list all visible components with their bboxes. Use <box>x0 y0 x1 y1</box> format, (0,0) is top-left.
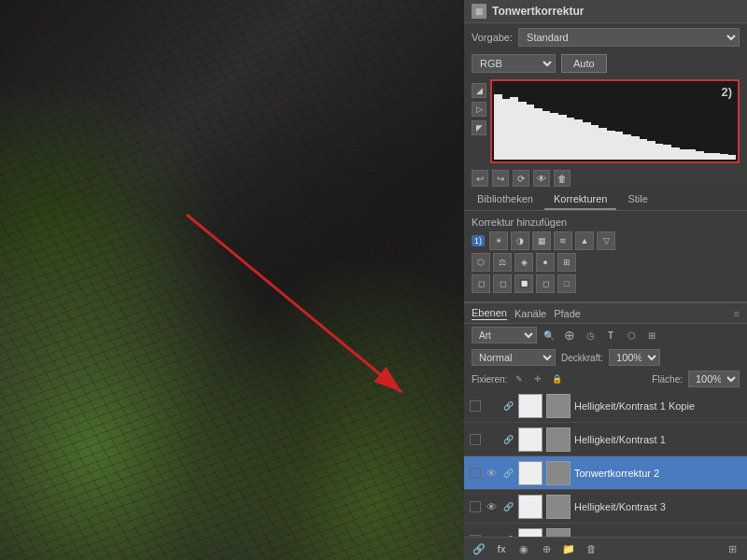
layer-item[interactable]: 🔗Helligkeit/Kontrast 1 <box>464 423 747 456</box>
histogram-bar <box>704 153 712 160</box>
tab-stile[interactable]: Stile <box>618 189 656 210</box>
tab-korrekturen[interactable]: Korrekturen <box>544 189 616 210</box>
histogram-bar <box>720 154 728 160</box>
tab-bibliotheken[interactable]: Bibliotheken <box>468 189 543 210</box>
layer-eye-icon[interactable] <box>485 433 498 446</box>
posterize-icon[interactable]: ◻ <box>493 274 512 293</box>
korrektur-title: Korrektur hinzufügen <box>472 217 740 228</box>
korrektur-icons-row-2: ⬡ ⚖ ◈ ● ⊞ <box>472 253 740 272</box>
histogram-bar <box>583 122 591 160</box>
layer-mask-thumbnail <box>546 427 571 452</box>
new-layer-icon[interactable]: ⊞ <box>725 541 740 556</box>
brightness-icon[interactable]: ☀ <box>489 231 508 250</box>
delete-layer-icon[interactable]: 🗑 <box>584 541 599 556</box>
histogram-bar <box>567 118 575 160</box>
reset-icon[interactable]: ⟳ <box>513 170 529 187</box>
link-layer-icon[interactable]: ⊞ <box>643 327 660 343</box>
korrektur-badge: 1) <box>472 235 485 246</box>
layer-item[interactable]: 👁🔗Tonwertkorrektur 2 <box>464 456 747 490</box>
histogram-bar <box>607 131 615 160</box>
flache-select[interactable]: 100% <box>688 371 740 387</box>
search-layer-icon[interactable]: 🔍 <box>541 327 557 343</box>
opacity-label: Deckkraft: <box>561 353 603 363</box>
channel-mixer-icon[interactable]: ◈ <box>514 253 533 272</box>
text-layer-icon[interactable]: T <box>602 327 619 343</box>
histogram-bar <box>663 145 671 160</box>
blend-mode-row: Normal Deckkraft: 100% <box>464 346 747 369</box>
redo-icon[interactable]: ↪ <box>492 170 509 187</box>
fix-move-icon[interactable]: ✛ <box>531 372 544 385</box>
fx-icon[interactable]: fx <box>494 541 509 556</box>
eyedropper-shadow-icon[interactable]: ◢ <box>472 83 486 98</box>
hist-bottom-controls: ↩ ↪ ⟳ 👁 🗑 <box>464 167 747 189</box>
add-layer-icon[interactable]: ⊕ <box>561 327 578 343</box>
shape-layer-icon[interactable]: ⬡ <box>623 327 640 343</box>
blend-mode-select[interactable]: Normal <box>472 349 556 366</box>
visibility-icon[interactable]: 👁 <box>533 170 550 187</box>
delete-icon[interactable]: 🗑 <box>554 170 571 187</box>
histogram-bar <box>534 108 543 160</box>
solid-color-icon[interactable]: □ <box>557 274 576 293</box>
link-layers-icon[interactable]: 🔗 <box>472 541 486 556</box>
layer-item[interactable]: 👁🔗Helligkeit/Kontrast 2 <box>464 524 747 537</box>
ebenen-tab-kanaele[interactable]: Kanäle <box>514 307 546 320</box>
eyedropper-highlight-icon[interactable]: ◤ <box>472 120 486 135</box>
photo-background <box>0 0 464 560</box>
histogram-bar <box>518 102 527 160</box>
opacity-select[interactable]: 100% <box>609 349 660 366</box>
fix-lock-icon[interactable]: 🔒 <box>550 372 563 385</box>
histogram-bar <box>599 128 607 160</box>
art-select[interactable]: Art <box>472 327 537 343</box>
invert-icon[interactable]: ◻ <box>472 274 490 293</box>
layer-checkbox[interactable] <box>470 400 481 412</box>
curves-icon[interactable]: ◑ <box>511 231 529 250</box>
auto-button[interactable]: Auto <box>561 54 607 73</box>
layer-item[interactable]: 👁🔗Helligkeit/Kontrast 3 <box>464 490 747 524</box>
layer-mask-thumbnail <box>546 528 571 538</box>
ebenen-header: Ebenen Kanäle Pfade ≡ <box>464 302 747 324</box>
folder-icon[interactable]: 📁 <box>561 541 576 556</box>
image-panel <box>0 0 464 560</box>
layer-item[interactable]: 🔗Helligkeit/Kontrast 1 Kopie <box>464 389 747 423</box>
korrektur-section: Korrektur hinzufügen 1) ☀ ◑ ▦ ≋ ▲ ▽ ⬡ ⚖ … <box>464 211 747 302</box>
mask-icon[interactable]: ◉ <box>516 541 531 556</box>
color-lookup-icon[interactable]: ● <box>536 253 555 272</box>
layer-checkbox[interactable] <box>470 468 481 479</box>
adjustment-icon[interactable]: ⊕ <box>539 541 554 556</box>
eyedropper-mid-icon[interactable]: ▷ <box>472 102 486 117</box>
levels-icon[interactable]: ▦ <box>532 231 551 250</box>
layer-checkbox[interactable] <box>470 434 481 445</box>
colorbalance-icon[interactable]: ▽ <box>597 231 615 250</box>
layer-eye-icon[interactable]: 👁 <box>485 467 498 480</box>
ebenen-tab-ebenen[interactable]: Ebenen <box>472 306 507 320</box>
vorgabe-select[interactable]: Standard <box>518 28 740 47</box>
layer-checkbox[interactable] <box>470 501 481 512</box>
histogram-bar <box>712 153 720 160</box>
histogram-bar <box>696 151 704 160</box>
korrektur-icons-row-3: ◻ ◻ 🔲 ◻ □ <box>472 274 740 293</box>
histogram-tools: ◢ ▷ ◤ <box>472 79 486 163</box>
layer-mask-thumbnail <box>546 394 571 418</box>
histogram-bar <box>687 149 696 160</box>
photo-filter-icon[interactable]: ⚖ <box>493 253 512 272</box>
threshold-icon[interactable]: 🔲 <box>514 274 533 293</box>
bw-icon[interactable]: ⬡ <box>472 253 490 272</box>
layer-eye-icon[interactable] <box>485 399 498 413</box>
selective-color-icon[interactable]: ◻ <box>536 274 555 293</box>
histogram-bar <box>510 97 518 160</box>
vibrance-icon[interactable]: ≋ <box>554 231 572 250</box>
gradient-icon[interactable]: ⊞ <box>557 253 576 272</box>
histogram-bar <box>655 144 664 160</box>
histogram-bar <box>680 149 688 160</box>
histogram-bars <box>492 81 738 161</box>
channel-select[interactable]: RGB <box>472 54 556 73</box>
layer-time-icon[interactable]: ◷ <box>582 327 599 343</box>
ebenen-tab-pfade[interactable]: Pfade <box>554 307 581 320</box>
hsl-icon[interactable]: ▲ <box>575 231 594 250</box>
undo-icon[interactable]: ↩ <box>472 170 488 187</box>
layer-eye-icon[interactable]: 👁 <box>485 500 498 513</box>
histogram-bar <box>494 94 502 160</box>
fix-pencil-icon[interactable]: ✎ <box>513 372 526 385</box>
layer-toolbar: Art 🔍 ⊕ ◷ T ⬡ ⊞ <box>464 324 747 346</box>
ebenen-menu-icon[interactable]: ≡ <box>734 308 740 319</box>
